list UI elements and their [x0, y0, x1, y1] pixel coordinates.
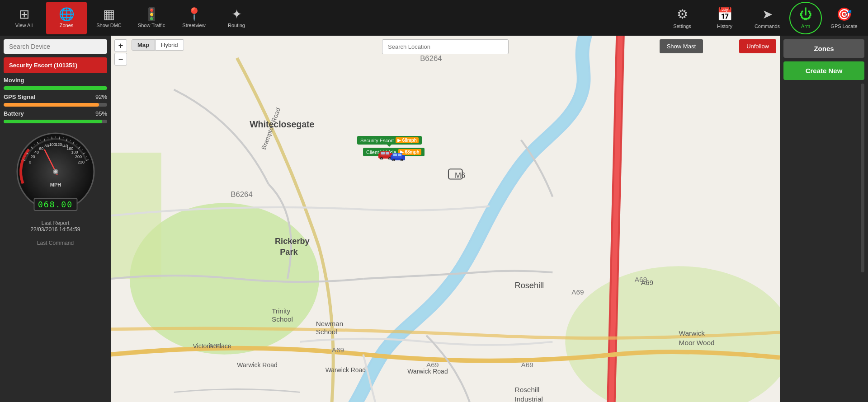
svg-point-49 [401, 160, 403, 161]
gps-signal-value: 92% [95, 93, 107, 100]
toolbar-btn-commands[interactable]: ➤ Commands [747, 2, 788, 34]
security-escort-label: Security Escort ▶ 68mph [357, 136, 422, 145]
moving-status: Moving [4, 77, 107, 90]
svg-text:Newman: Newman [316, 320, 344, 327]
svg-point-48 [393, 160, 395, 161]
gps-locate-icon: 🎯 [836, 7, 852, 22]
last-report-label: Last Report [4, 220, 107, 226]
svg-text:Warwick Road: Warwick Road [407, 368, 448, 375]
svg-text:Victoria Place: Victoria Place [193, 342, 231, 350]
speedo-canvas: 068.00 [13, 129, 99, 215]
gps-progress-fill [4, 103, 99, 107]
map-type-buttons: Map Hybrid [132, 39, 184, 51]
svg-text:Trinity: Trinity [272, 307, 291, 315]
toolbar: ⊞ View All 🌐 Zones ▦ Show DMC 🚦 Show Tra… [0, 0, 868, 36]
svg-rect-45 [398, 154, 401, 156]
svg-rect-37 [386, 152, 389, 154]
speedometer: 068.00 [4, 129, 107, 215]
battery-progress-bar [4, 120, 107, 123]
svg-text:Industrial: Industrial [515, 395, 543, 402]
create-new-button[interactable]: Create New [783, 61, 864, 80]
toolbar-btn-gps-locate[interactable]: 🎯 GPS Locate [824, 2, 864, 34]
toolbar-btn-show-traffic[interactable]: 🚦 Show Traffic [131, 2, 172, 34]
dmc-icon: ▦ [103, 8, 115, 21]
toolbar-btn-zones[interactable]: 🌐 Zones [46, 2, 87, 34]
svg-text:Warwick Road: Warwick Road [237, 361, 277, 369]
device-name-button[interactable]: Security Escort (101351) [4, 57, 107, 73]
last-report-value: 22/03/2016 14:54:59 [4, 226, 107, 233]
zones-tab[interactable]: Zones [783, 39, 864, 58]
toolbar-btn-routing[interactable]: ✦ Routing [216, 2, 257, 34]
svg-text:A69: A69 [641, 279, 653, 286]
svg-text:Whiteclosegate: Whiteclosegate [250, 119, 314, 129]
battery-status: Battery 95% [4, 110, 107, 123]
battery-label: Battery [4, 110, 24, 117]
svg-text:Warwick: Warwick [679, 329, 705, 337]
zoom-in-button[interactable]: + [114, 39, 127, 52]
gps-progress-bar [4, 103, 107, 107]
traffic-icon: 🚦 [144, 8, 160, 21]
map-area[interactable]: Map Hybrid + − Show Mast Unfollow [111, 36, 780, 402]
moving-progress-fill [4, 86, 107, 90]
svg-text:Rosehill: Rosehill [515, 386, 540, 393]
map-type-map-btn[interactable]: Map [132, 39, 155, 51]
svg-text:Moor Wood: Moor Wood [679, 339, 715, 346]
right-panel: Zones Create New [780, 36, 868, 402]
toolbar-btn-settings[interactable]: ⚙ Settings [662, 2, 703, 34]
toolbar-btn-view-all[interactable]: ⊞ View All [4, 2, 44, 34]
globe-icon: 🌐 [59, 8, 75, 21]
battery-progress-fill [4, 120, 102, 123]
moving-label: Moving [4, 77, 24, 84]
map-type-hybrid-btn[interactable]: Hybrid [155, 39, 184, 51]
moving-progress-bar [4, 86, 107, 90]
svg-text:A69: A69 [571, 288, 584, 296]
svg-text:Warwick Road: Warwick Road [326, 366, 366, 374]
svg-text:B6264: B6264 [420, 54, 442, 63]
commands-icon: ➤ [762, 7, 773, 22]
show-mast-button[interactable]: Show Mast [660, 39, 703, 53]
svg-text:School: School [272, 315, 293, 323]
unfollow-button[interactable]: Unfollow [739, 39, 776, 53]
last-report-section: Last Report 22/03/2016 14:54:59 [4, 220, 107, 233]
svg-text:M6: M6 [455, 171, 465, 180]
main-content: Security Escort (101351) Moving GPS Sign… [0, 36, 868, 402]
battery-value: 95% [95, 110, 107, 117]
toolbar-btn-streetview[interactable]: 📍 Streetview [174, 2, 214, 34]
right-scrollbar[interactable] [861, 84, 864, 272]
search-location-input[interactable] [382, 39, 509, 54]
map-zoom-controls: + − [114, 39, 127, 65]
streetview-icon: 📍 [186, 8, 202, 21]
grid-icon: ⊞ [19, 8, 29, 21]
last-command-label: Last Command [4, 240, 107, 246]
left-panel: Security Escort (101351) Moving GPS Sign… [0, 36, 111, 402]
client-vehicle-car [390, 151, 406, 161]
svg-text:Rickerby: Rickerby [275, 237, 310, 246]
settings-icon: ⚙ [677, 7, 688, 22]
svg-text:A69: A69 [521, 361, 533, 369]
svg-text:Rosehill: Rosehill [515, 281, 544, 290]
speed-display: 068.00 [33, 198, 77, 211]
routing-icon: ✦ [231, 8, 242, 21]
arm-icon: ⏻ [799, 7, 812, 22]
svg-rect-44 [393, 154, 397, 156]
history-icon: 📅 [717, 7, 733, 22]
svg-text:Park: Park [280, 248, 298, 257]
svg-rect-36 [381, 152, 385, 154]
search-device-input[interactable] [4, 39, 107, 54]
svg-text:School: School [316, 328, 337, 336]
svg-point-40 [381, 158, 382, 159]
gps-signal-label: GPS Signal [4, 93, 35, 100]
toolbar-btn-arm[interactable]: ⏻ Arm [789, 2, 822, 34]
svg-text:A69: A69 [332, 346, 344, 354]
map-background: M6 B6264 B6264 A69 A69 A69 A69 A69 A69 W… [111, 36, 780, 402]
gps-signal-status: GPS Signal 92% [4, 93, 107, 107]
toolbar-btn-history[interactable]: 📅 History [704, 2, 745, 34]
zoom-out-button[interactable]: − [114, 53, 127, 65]
toolbar-btn-show-dmc[interactable]: ▦ Show DMC [89, 2, 129, 34]
svg-text:B6264: B6264 [231, 190, 252, 199]
